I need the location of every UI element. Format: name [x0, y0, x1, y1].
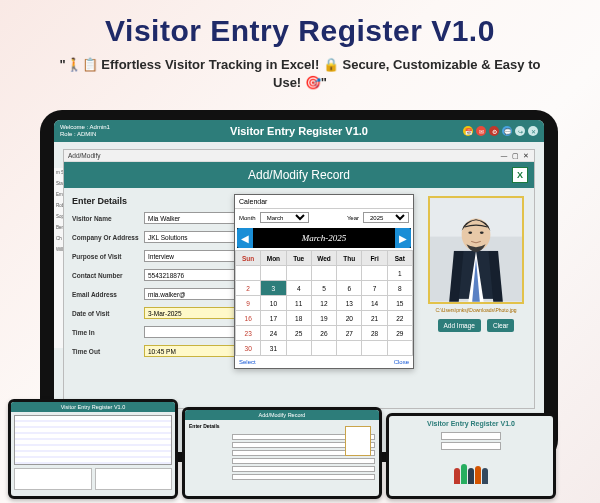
calendar-title: Calendar	[235, 195, 413, 209]
add-modify-title: Add/Modify Record	[248, 168, 350, 182]
calendar-day-cell[interactable]: 29	[387, 326, 412, 341]
calendar-day-header: Mon	[261, 251, 286, 266]
welcome-user: Admin1	[90, 124, 110, 130]
thumb-pass-field	[441, 442, 501, 450]
calendar-day-cell[interactable]: 1	[387, 266, 412, 281]
calendar-day-cell[interactable]: 7	[362, 281, 387, 296]
thumb-user-field	[441, 432, 501, 440]
calendar-day-cell[interactable]: 30	[236, 341, 261, 356]
month-select[interactable]: March	[260, 212, 309, 223]
thumb-grid-icon	[14, 415, 172, 465]
section-title: Enter Details	[72, 196, 252, 206]
calendar-day-header: Wed	[311, 251, 336, 266]
company-label: Company Or Address	[72, 234, 144, 241]
calendar-day-cell[interactable]: 24	[261, 326, 286, 341]
calendar-day-cell[interactable]: 10	[261, 296, 286, 311]
calendar-day-cell[interactable]: 25	[286, 326, 311, 341]
thumb-photo-icon	[345, 426, 371, 456]
calendar-day-cell[interactable]: 19	[311, 311, 336, 326]
close-icon[interactable]: ✕	[522, 152, 530, 160]
purpose-label: Purpose of Visit	[72, 253, 144, 260]
role-label: Role :	[60, 131, 76, 137]
year-select[interactable]: 2025	[363, 212, 409, 223]
welcome-label: Welcome :	[60, 124, 88, 130]
logout-icon[interactable]: ↪	[515, 126, 525, 136]
window-chrome: Add/Modify — ▢ ✕	[64, 150, 534, 162]
form-panel: Enter Details Visitor Name Mia Walker Co…	[72, 196, 252, 400]
calendar-day-cell[interactable]: 27	[337, 326, 362, 341]
page-subtitle: "🚶📋 Effortless Visitor Tracking in Excel…	[0, 48, 600, 93]
clear-button[interactable]: Clear	[487, 319, 515, 332]
thumb-main-screen: Visitor Entry Register V1.0	[8, 399, 178, 499]
calendar-day-header: Sat	[387, 251, 412, 266]
visitor-name-label: Visitor Name	[72, 215, 144, 222]
calendar-popup: Calendar Month March Year 2025 ◀ March-2…	[234, 194, 414, 369]
contact-label: Contact Number	[72, 272, 144, 279]
max-icon[interactable]: ▢	[511, 152, 519, 160]
calendar-day-cell[interactable]: 21	[362, 311, 387, 326]
calendar-day-cell[interactable]: 18	[286, 311, 311, 326]
calendar-icon[interactable]: 📅	[463, 126, 473, 136]
month-label: Month	[239, 215, 256, 221]
settings-icon[interactable]: ⚙	[489, 126, 499, 136]
date-label: Date of Visit	[72, 310, 144, 317]
min-icon[interactable]: —	[500, 152, 508, 160]
calendar-day-cell[interactable]: 31	[261, 341, 286, 356]
calendar-day-cell[interactable]: 17	[261, 311, 286, 326]
calendar-day-cell[interactable]: 12	[311, 296, 336, 311]
calendar-day-cell[interactable]: 3	[261, 281, 286, 296]
thumb-title: Add/Modify Record	[185, 410, 379, 420]
calendar-month-text: March-2025	[302, 233, 347, 243]
calendar-day-cell[interactable]: 9	[236, 296, 261, 311]
calendar-day-header: Fri	[362, 251, 387, 266]
calendar-day-cell[interactable]: 15	[387, 296, 412, 311]
calendar-day-cell	[236, 266, 261, 281]
calendar-day-cell	[362, 341, 387, 356]
calendar-day-cell	[311, 341, 336, 356]
calendar-day-cell[interactable]: 13	[337, 296, 362, 311]
timeout-label: Time Out	[72, 348, 144, 355]
calendar-day-cell	[311, 266, 336, 281]
excel-icon[interactable]: X	[512, 167, 528, 183]
mail-icon[interactable]: ✉	[476, 126, 486, 136]
thumb-title: Visitor Entry Register V1.0	[11, 402, 175, 412]
calendar-day-cell[interactable]: 2	[236, 281, 261, 296]
calendar-day-cell	[337, 341, 362, 356]
calendar-day-cell[interactable]: 23	[236, 326, 261, 341]
calendar-select-button[interactable]: Select	[239, 359, 256, 365]
add-image-button[interactable]: Add Image	[438, 319, 481, 332]
calendar-day-cell[interactable]: 26	[311, 326, 336, 341]
calendar-day-cell	[387, 341, 412, 356]
calendar-day-cell	[261, 266, 286, 281]
thumb-add-modify: Add/Modify Record Enter Details	[182, 407, 382, 499]
titlebar-userinfo: Welcome : Admin1 Role : ADMIN	[54, 124, 110, 137]
calendar-day-cell[interactable]: 22	[387, 311, 412, 326]
svg-point-9	[480, 232, 484, 234]
timein-label: Time In	[72, 329, 144, 336]
calendar-day-cell[interactable]: 14	[362, 296, 387, 311]
calendar-grid: SunMonTueWedThuFriSat 123456789101112131…	[235, 250, 413, 356]
calendar-day-header: Sun	[236, 251, 261, 266]
prev-month-button[interactable]: ◀	[237, 228, 253, 248]
visitor-photo	[428, 196, 524, 304]
close-icon[interactable]: ✕	[528, 126, 538, 136]
thumbnail-row: Visitor Entry Register V1.0 Add/Modify R…	[8, 399, 592, 503]
calendar-day-cell	[337, 266, 362, 281]
next-month-button[interactable]: ▶	[395, 228, 411, 248]
calendar-day-cell[interactable]: 28	[362, 326, 387, 341]
calendar-close-button[interactable]: Close	[394, 359, 409, 365]
calendar-day-cell	[286, 341, 311, 356]
calendar-day-cell[interactable]: 5	[311, 281, 336, 296]
calendar-day-cell[interactable]: 4	[286, 281, 311, 296]
app-titlebar: Welcome : Admin1 Role : ADMIN Visitor En…	[54, 120, 544, 142]
calendar-day-cell[interactable]: 6	[337, 281, 362, 296]
help-icon[interactable]: 💬	[502, 126, 512, 136]
calendar-day-cell	[286, 266, 311, 281]
calendar-day-cell[interactable]: 16	[236, 311, 261, 326]
calendar-day-cell[interactable]: 11	[286, 296, 311, 311]
thumb-panel-icon	[95, 468, 173, 490]
calendar-day-cell[interactable]: 20	[337, 311, 362, 326]
calendar-day-cell[interactable]: 8	[387, 281, 412, 296]
add-modify-window: Add/Modify — ▢ ✕ Add/Modify Record X Ent…	[64, 150, 534, 408]
calendar-day-cell	[362, 266, 387, 281]
